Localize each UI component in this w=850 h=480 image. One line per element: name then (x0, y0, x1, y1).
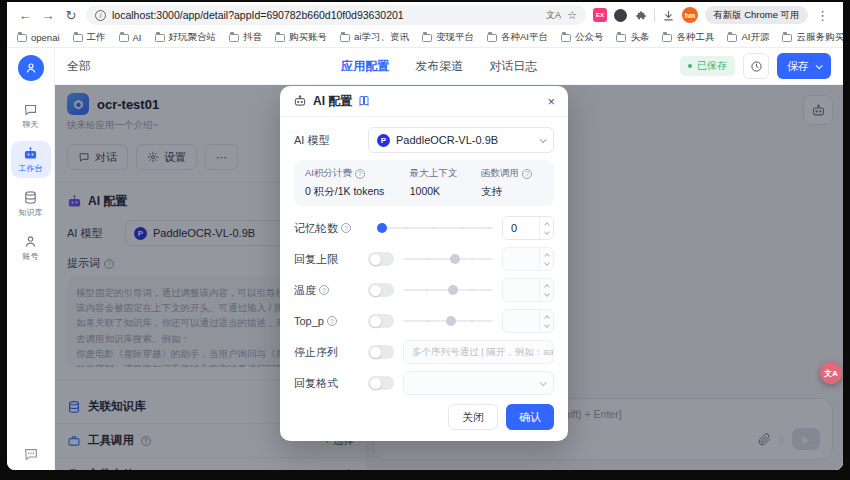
temperature-row: 温度? (294, 278, 554, 302)
folder-icon (422, 34, 432, 42)
bookmark-star-icon[interactable]: ☆ (567, 9, 577, 22)
bookmark-folder[interactable]: 变现平台 (422, 31, 474, 44)
sidebar-item-workbench[interactable]: 工作台 (11, 141, 51, 178)
ai-config-modal: AI 配置 × AI 模型 P PaddleOCR-VL-0.9B (280, 86, 568, 441)
reply-format-row: 回复格式 (294, 371, 554, 395)
main-area: 全部 应用配置 发布渠道 对话日志 已保存 保存 (55, 48, 843, 470)
memory-rounds-input[interactable]: 0 (502, 216, 554, 240)
close-icon[interactable]: × (547, 95, 555, 108)
bookmark-folder[interactable]: 好玩聚合站 (155, 31, 217, 44)
max-reply-toggle[interactable] (368, 252, 394, 266)
chrome-update-button[interactable]: 有新版 Chrome 可用 (705, 6, 808, 24)
top-p-slider[interactable] (403, 314, 493, 328)
feedback-icon[interactable] (23, 446, 39, 462)
sidebar-item-chat[interactable]: 聊天 (11, 97, 51, 134)
confirm-button[interactable]: 确认 (506, 404, 554, 430)
modal-model-select[interactable]: P PaddleOCR-VL-0.9B (368, 127, 554, 153)
stepper[interactable] (539, 217, 553, 239)
temperature-input[interactable] (502, 278, 554, 302)
max-reply-row: 回复上限 (294, 247, 554, 271)
chevron-down-icon (540, 136, 547, 143)
site-info-icon[interactable]: i (95, 10, 106, 21)
sidebar-item-account[interactable]: 账号 (11, 229, 51, 266)
forward-icon[interactable]: → (40, 9, 56, 22)
bookmark-folder[interactable]: AI开源 (727, 31, 769, 44)
nav-rail: 聊天 工作台 知识库 账号 (7, 48, 55, 470)
bookmark-folder[interactable]: ai学习、资讯 (340, 31, 409, 44)
folder-icon (119, 34, 129, 42)
bookmark-folder[interactable]: 云服务购买 (782, 31, 843, 44)
content-area: ocr-test01 快来给应用一个介绍~ 对话 设置 ⋯ (55, 85, 843, 470)
modal-title: AI 配置 (313, 93, 352, 110)
stop-sequence-input[interactable]: 多个序列号通过 | 隔开，例如：aaa|stop (403, 340, 554, 364)
max-reply-input[interactable] (502, 247, 554, 271)
app-header: 全部 应用配置 发布渠道 对话日志 已保存 保存 (55, 48, 843, 85)
folder-icon (487, 34, 497, 42)
bookmark-folder[interactable]: 各种AI平台 (487, 31, 548, 44)
help-icon[interactable]: ? (355, 169, 365, 179)
top-p-row: Top_p? (294, 309, 554, 333)
reload-icon[interactable]: ↻ (63, 9, 79, 22)
memory-rounds-slider[interactable] (377, 221, 493, 235)
bookmark-folder[interactable]: AI (119, 32, 142, 43)
top-p-input[interactable] (502, 309, 554, 333)
url-text[interactable]: localhost:3000/app/detail?appId=690782b6… (112, 9, 540, 21)
app-root: 聊天 工作台 知识库 账号 全部 应用 (7, 48, 843, 470)
folder-icon (662, 34, 672, 42)
extension-dark-icon[interactable] (614, 9, 627, 22)
back-icon[interactable]: ← (17, 9, 33, 22)
close-button[interactable]: 关闭 (448, 404, 498, 430)
bookmark-folder[interactable]: openai (17, 32, 60, 43)
help-icon[interactable]: ? (522, 169, 532, 179)
help-icon[interactable]: ? (341, 223, 351, 233)
user-avatar[interactable] (18, 55, 44, 81)
chat-icon (23, 102, 38, 117)
top-p-toggle[interactable] (368, 314, 394, 328)
save-button[interactable]: 保存 (777, 53, 831, 79)
temperature-slider[interactable] (403, 283, 493, 297)
person-icon (23, 234, 38, 249)
bookmark-folder[interactable]: 头条 (616, 31, 649, 44)
extension-badge-icon[interactable]: EX (593, 8, 607, 22)
temperature-toggle[interactable] (368, 283, 394, 297)
memory-rounds-row: 记忆轮数? 0 (294, 216, 554, 240)
bookmark-folder[interactable]: 抖音 (229, 31, 262, 44)
bookmark-folder[interactable]: 购买账号 (275, 31, 327, 44)
sidebar-item-knowledge[interactable]: 知识库 (11, 185, 51, 222)
folder-icon (340, 34, 350, 42)
bookmark-folder[interactable]: 工作 (73, 31, 106, 44)
address-bar[interactable]: i localhost:3000/app/detail?appId=690782… (86, 5, 586, 25)
reply-format-select[interactable] (403, 371, 554, 395)
max-reply-slider[interactable] (403, 252, 493, 266)
context-value: 1000K (410, 185, 481, 197)
download-icon[interactable] (662, 9, 675, 22)
tab-app-config[interactable]: 应用配置 (341, 58, 389, 75)
translate-fab[interactable]: 文A (820, 362, 842, 384)
stepper[interactable] (539, 310, 553, 332)
docs-book-icon[interactable] (358, 95, 370, 107)
folder-icon (782, 34, 792, 42)
stop-sequence-toggle[interactable] (368, 345, 394, 359)
header-tabs: 应用配置 发布渠道 对话日志 (341, 58, 537, 75)
scope-breadcrumb[interactable]: 全部 (67, 58, 91, 75)
chevron-down-icon (816, 62, 823, 69)
stepper[interactable] (539, 279, 553, 301)
bookmark-folder[interactable]: 各种工具 (662, 31, 714, 44)
history-button[interactable] (743, 53, 769, 79)
browser-window: ← → ↻ i localhost:3000/app/detail?appId=… (7, 2, 843, 470)
help-icon[interactable]: ? (319, 285, 329, 295)
bookmark-folder[interactable]: 公众号 (561, 31, 604, 44)
extensions-puzzle-icon[interactable] (634, 9, 647, 22)
database-icon (23, 190, 38, 205)
menu-icon[interactable]: ⋮ (815, 9, 831, 22)
help-icon[interactable]: ? (327, 316, 337, 326)
stepper[interactable] (539, 248, 553, 270)
tab-chat-logs[interactable]: 对话日志 (489, 58, 537, 75)
profile-avatar[interactable]: hm (682, 7, 698, 23)
tab-publish-channel[interactable]: 发布渠道 (415, 58, 463, 75)
folder-icon (275, 34, 285, 42)
folder-icon (727, 34, 737, 42)
reply-format-toggle[interactable] (368, 376, 394, 390)
credit-value: 0 积分/1K tokens (305, 185, 410, 199)
translate-icon[interactable]: 文A (546, 9, 561, 22)
